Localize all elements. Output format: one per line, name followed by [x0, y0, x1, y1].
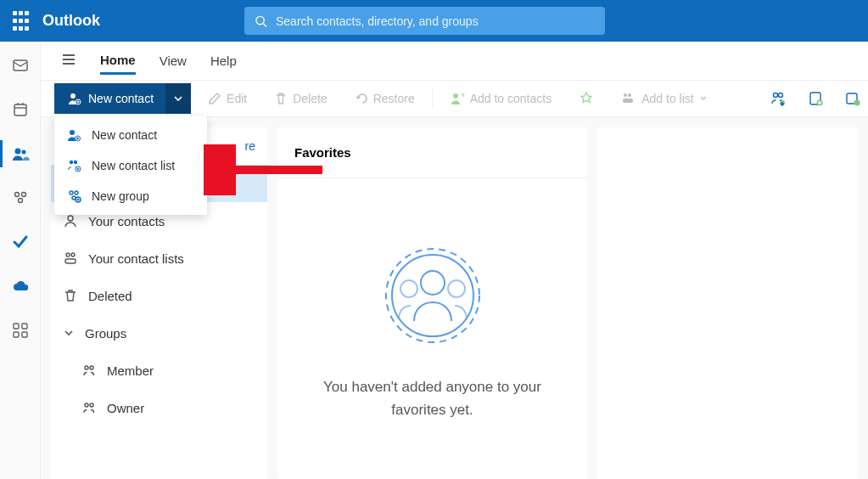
star-plus-icon [579, 91, 594, 106]
svg-rect-2 [14, 60, 27, 70]
svg-point-8 [21, 150, 25, 155]
svg-point-29 [779, 93, 783, 98]
edit-icon [208, 92, 221, 105]
svg-line-1 [263, 23, 266, 26]
svg-point-10 [21, 193, 25, 197]
svg-point-49 [70, 130, 75, 135]
trash-icon [63, 288, 78, 303]
new-contact-label: New contact [88, 92, 154, 105]
command-bar: New contact Edit Delete Restore +Add to … [41, 80, 868, 117]
svg-rect-27 [623, 99, 633, 103]
svg-point-11 [18, 199, 22, 203]
chevron-down-icon [63, 327, 75, 339]
tab-help[interactable]: Help [210, 48, 237, 73]
nav-groups[interactable]: Groups [51, 314, 267, 352]
new-contact-button[interactable]: New contact [54, 83, 165, 114]
people-icon[interactable] [10, 144, 31, 164]
svg-point-28 [774, 93, 778, 98]
person-icon [63, 213, 78, 228]
svg-point-35 [854, 100, 860, 106]
svg-point-9 [14, 193, 19, 197]
svg-point-42 [85, 403, 88, 407]
add-to-list-button[interactable]: Add to list [611, 83, 717, 114]
groups-icon[interactable] [10, 188, 31, 208]
list-column: Favorites You haven't added anyone to yo… [277, 127, 587, 479]
tab-home[interactable]: Home [100, 48, 136, 75]
person-plus-icon: + [450, 91, 465, 106]
apps-icon[interactable] [10, 320, 31, 341]
trash-icon [274, 92, 288, 105]
menu-new-group[interactable]: New group [54, 181, 207, 211]
svg-point-47 [400, 280, 417, 297]
search-box[interactable] [244, 7, 605, 35]
svg-rect-14 [14, 332, 19, 337]
person-add-icon [66, 91, 81, 106]
svg-point-7 [14, 149, 20, 155]
ribbon-tabs: Home View Help [41, 42, 868, 80]
empty-illustration [373, 236, 492, 355]
svg-point-41 [90, 366, 93, 369]
restore-icon [355, 92, 368, 105]
add-group-icon[interactable]: + [763, 83, 793, 114]
add-to-contacts-button[interactable]: +Add to contacts [440, 83, 563, 114]
svg-point-26 [628, 93, 631, 97]
svg-text:+: + [781, 101, 784, 106]
nav-deleted[interactable]: Deleted [51, 277, 267, 314]
svg-text:+: + [461, 91, 465, 99]
search-icon [255, 14, 267, 28]
svg-point-43 [90, 403, 93, 407]
tab-view[interactable]: View [160, 48, 187, 73]
add-favorite-button[interactable] [568, 83, 604, 114]
detail-pane [597, 127, 858, 479]
left-app-rail [0, 42, 41, 479]
restore-button[interactable]: Restore [344, 83, 425, 114]
calendar-icon[interactable] [10, 99, 31, 120]
owner-icon [81, 400, 97, 415]
cloud-icon[interactable] [10, 276, 31, 296]
todo-icon[interactable] [10, 232, 31, 252]
member-icon [81, 363, 97, 378]
new-contact-split-button: New contact [54, 83, 191, 114]
new-contact-dropdown-toggle[interactable] [165, 83, 191, 114]
import-icon[interactable] [800, 83, 831, 114]
delete-button[interactable]: Delete [264, 83, 337, 114]
nav-member[interactable]: Member [51, 352, 267, 389]
svg-point-0 [256, 16, 264, 24]
svg-rect-13 [22, 324, 27, 329]
svg-point-36 [68, 216, 73, 221]
search-input[interactable] [276, 14, 595, 28]
svg-point-40 [85, 366, 88, 369]
svg-rect-12 [14, 324, 19, 329]
people-add-icon [66, 158, 81, 173]
people-list-icon [63, 251, 78, 266]
svg-rect-3 [14, 104, 26, 116]
group-add-icon [66, 189, 81, 204]
empty-state: You haven't added anyone to your favorit… [277, 178, 587, 479]
app-launcher-icon[interactable] [8, 9, 32, 33]
chevron-down-icon [173, 93, 183, 104]
svg-point-38 [71, 253, 75, 256]
more-link[interactable]: re [245, 139, 255, 153]
svg-point-23 [453, 93, 458, 99]
menu-new-contact-list[interactable]: New contact list [54, 150, 207, 181]
menu-new-contact[interactable]: New contact [54, 120, 207, 150]
cloud-add-icon[interactable] [837, 83, 868, 114]
svg-point-46 [421, 271, 445, 295]
nav-owner[interactable]: Owner [51, 389, 267, 426]
app-topbar: Outlook [0, 0, 868, 42]
new-contact-dropdown: New contact New contact list New group [54, 116, 207, 215]
svg-point-53 [70, 161, 73, 164]
svg-point-25 [624, 93, 627, 97]
person-add-icon [66, 127, 81, 143]
empty-text: You haven't added anyone to your favorit… [303, 375, 562, 421]
hamburger-icon[interactable] [61, 52, 76, 70]
svg-point-48 [448, 280, 465, 297]
list-plus-icon [621, 91, 636, 106]
brand-title: Outlook [42, 12, 100, 30]
mail-icon[interactable] [10, 55, 31, 76]
svg-rect-15 [22, 332, 27, 337]
svg-point-37 [66, 253, 70, 256]
main-region: Home View Help New contact Edit Delete R… [41, 42, 868, 479]
nav-contact-lists[interactable]: Your contact lists [51, 240, 267, 277]
edit-button[interactable]: Edit [198, 83, 257, 114]
